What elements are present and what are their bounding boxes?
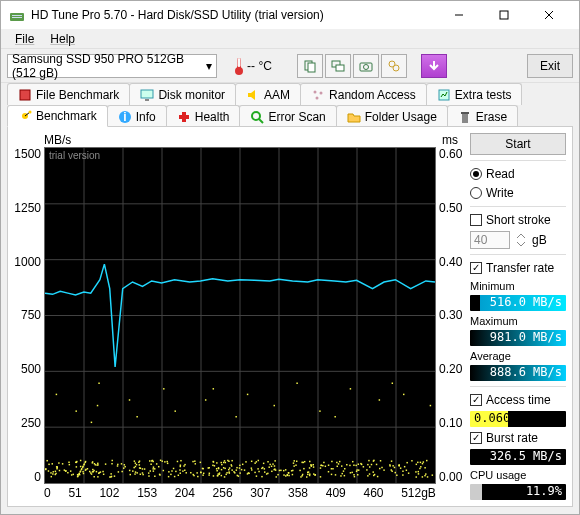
svg-rect-366: [367, 475, 368, 476]
tab-benchmark[interactable]: Benchmark: [7, 105, 108, 127]
svg-rect-456: [274, 405, 275, 406]
svg-rect-214: [420, 462, 421, 463]
svg-rect-4: [500, 11, 508, 19]
minimize-button[interactable]: [436, 1, 481, 29]
svg-rect-404: [228, 471, 229, 472]
svg-rect-80: [221, 469, 222, 470]
spinner-icon[interactable]: [514, 231, 528, 249]
exit-button[interactable]: Exit: [527, 54, 573, 78]
svg-rect-335: [200, 462, 201, 463]
short-stroke-input[interactable]: [470, 231, 510, 249]
svg-rect-54: [239, 472, 240, 473]
svg-rect-392: [84, 463, 85, 464]
svg-rect-422: [402, 474, 403, 475]
thermometer-icon: [234, 56, 244, 76]
svg-rect-298: [166, 461, 167, 462]
svg-rect-79: [216, 462, 217, 463]
svg-rect-399: [331, 461, 332, 462]
device-select[interactable]: Samsung SSD 950 PRO 512GB (512 gB) ▾: [7, 54, 217, 78]
svg-rect-109: [70, 470, 71, 471]
start-button[interactable]: Start: [470, 133, 566, 155]
svg-rect-149: [419, 468, 420, 469]
svg-rect-409: [154, 476, 155, 477]
menu-help[interactable]: Help: [42, 30, 83, 48]
svg-rect-108: [154, 468, 155, 469]
svg-rect-347: [229, 467, 230, 468]
tab-extra-tests[interactable]: Extra tests: [426, 83, 523, 105]
svg-rect-442: [314, 474, 315, 475]
copy-screenshot-button[interactable]: [325, 54, 351, 78]
svg-rect-189: [367, 464, 368, 465]
svg-rect-77: [418, 471, 419, 472]
burst-rate-check[interactable]: ✓Burst rate: [470, 430, 566, 446]
svg-rect-310: [432, 474, 433, 475]
svg-rect-193: [192, 461, 193, 462]
svg-rect-388: [356, 469, 357, 470]
options-button[interactable]: [381, 54, 407, 78]
file-bench-icon: [18, 88, 32, 102]
svg-rect-123: [118, 471, 119, 472]
svg-rect-147: [123, 467, 124, 468]
svg-rect-273: [292, 470, 293, 471]
svg-rect-377: [309, 461, 310, 462]
menu-file[interactable]: File: [7, 30, 42, 48]
svg-rect-282: [283, 474, 284, 475]
svg-rect-182: [353, 464, 354, 465]
close-button[interactable]: [526, 1, 571, 29]
svg-rect-385: [346, 464, 347, 465]
checkbox-off-icon: [470, 214, 482, 226]
app-window: HD Tune Pro 5.70 - Hard Disk/SSD Utility…: [0, 0, 580, 515]
svg-rect-18: [20, 90, 30, 100]
cpu-label: CPU usage: [470, 469, 566, 481]
svg-rect-312: [193, 474, 194, 475]
svg-rect-440: [56, 466, 57, 467]
write-radio[interactable]: Write: [470, 185, 566, 201]
tab-file-benchmark[interactable]: File Benchmark: [7, 83, 130, 105]
tab-erase[interactable]: Erase: [447, 105, 518, 127]
window-title: HD Tune Pro 5.70 - Hard Disk/SSD Utility…: [31, 8, 436, 22]
svg-rect-433: [208, 467, 209, 468]
svg-rect-264: [268, 466, 269, 467]
svg-rect-322: [76, 466, 77, 467]
tab-aam[interactable]: AAM: [235, 83, 301, 105]
svg-rect-327: [142, 468, 143, 469]
svg-rect-196: [217, 475, 218, 476]
transfer-rate-check[interactable]: ✓Transfer rate: [470, 260, 566, 276]
svg-rect-344: [357, 474, 358, 475]
svg-rect-324: [202, 468, 203, 469]
svg-rect-232: [102, 471, 103, 472]
read-radio[interactable]: Read: [470, 166, 566, 182]
svg-rect-363: [301, 462, 302, 463]
short-stroke-spin[interactable]: gB: [470, 231, 566, 249]
save-button[interactable]: [421, 54, 447, 78]
screenshot-button[interactable]: [353, 54, 379, 78]
svg-rect-222: [162, 460, 163, 461]
copy-info-button[interactable]: [297, 54, 323, 78]
tab-info[interactable]: iInfo: [107, 105, 167, 127]
svg-rect-58: [411, 460, 412, 461]
svg-rect-114: [202, 474, 203, 475]
tab-folder-usage[interactable]: Folder Usage: [336, 105, 448, 127]
svg-rect-156: [179, 469, 180, 470]
svg-rect-296: [356, 471, 357, 472]
svg-line-30: [259, 119, 263, 123]
svg-rect-155: [369, 473, 370, 474]
y-left-title: MB/s: [44, 133, 71, 147]
svg-rect-381: [381, 467, 382, 468]
svg-rect-228: [239, 467, 240, 468]
access-time-check[interactable]: ✓Access time: [470, 392, 566, 408]
tab-health[interactable]: Health: [166, 105, 241, 127]
menubar: File Help: [1, 29, 579, 48]
svg-rect-356: [343, 470, 344, 471]
svg-rect-71: [280, 470, 281, 471]
svg-rect-460: [379, 399, 380, 400]
tab-disk-monitor[interactable]: Disk monitor: [129, 83, 236, 105]
maximize-button[interactable]: [481, 1, 526, 29]
svg-rect-129: [303, 468, 304, 469]
tab-random-access[interactable]: Random Access: [300, 83, 427, 105]
svg-rect-338: [82, 466, 83, 467]
tab-error-scan[interactable]: Error Scan: [239, 105, 336, 127]
svg-rect-355: [261, 468, 262, 469]
short-stroke-check[interactable]: Short stroke: [470, 212, 566, 228]
svg-rect-164: [396, 475, 397, 476]
